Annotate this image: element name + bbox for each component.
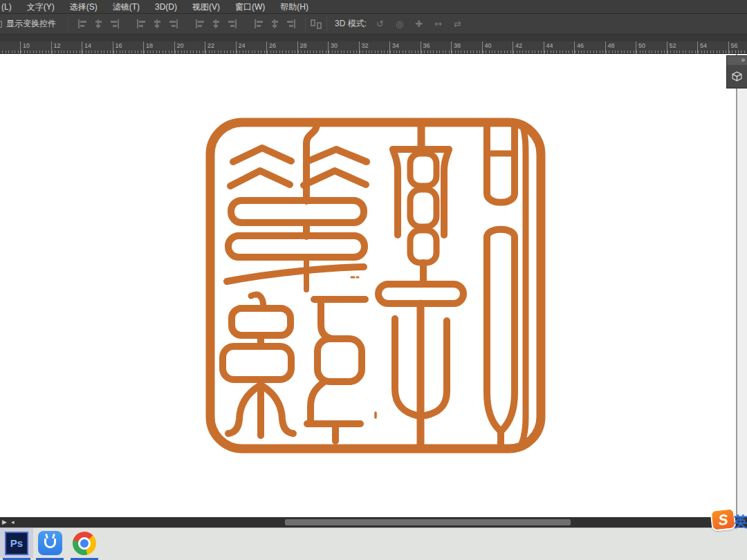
align-left-edges-icon[interactable] <box>136 19 147 29</box>
3d-roll-icon[interactable]: ◎ <box>396 19 403 28</box>
ruler-major-tick <box>389 41 390 54</box>
ruler-label: 20 <box>177 42 184 49</box>
taskbar-chrome-button[interactable] <box>68 528 101 558</box>
ruler-major-tick <box>482 41 483 54</box>
align-vertical-centers-icon[interactable] <box>93 19 104 29</box>
3d-cube-icon <box>731 71 743 82</box>
separator <box>305 17 306 32</box>
ruler-label: 24 <box>239 42 246 49</box>
ruler-label: 48 <box>608 42 615 49</box>
ruler-label: 22 <box>208 42 214 49</box>
ruler-major-tick <box>266 41 267 54</box>
ruler-major-tick <box>328 41 329 54</box>
ruler-label: 36 <box>423 42 430 49</box>
ruler-label: 56 <box>731 42 738 49</box>
menu-item-view[interactable]: 视图(V) <box>185 0 228 14</box>
align-top-edges-icon[interactable] <box>77 19 88 29</box>
status-expand-icon[interactable]: ▶ <box>2 519 7 525</box>
menu-item-layer-partial[interactable]: (L) <box>0 0 19 14</box>
chrome-icon <box>68 527 100 559</box>
distribute-vertical-centers-icon[interactable] <box>211 19 221 29</box>
align-right-edges-icon[interactable] <box>168 19 178 29</box>
3d-rotate-icon[interactable]: ↺ <box>376 19 384 28</box>
ruler-label: 50 <box>638 42 645 49</box>
ruler-label: 42 <box>515 42 522 49</box>
ruler-label: 30 <box>331 42 338 49</box>
align-bottom-edges-icon[interactable] <box>109 19 120 29</box>
ruler-major-tick <box>359 41 360 54</box>
align-icons-row <box>77 19 296 29</box>
distribute-top-edges-icon[interactable] <box>195 19 205 29</box>
show-transform-checkbox[interactable] <box>0 21 2 28</box>
align-horizontal-centers-icon[interactable] <box>152 19 163 29</box>
auto-align-layers-icon[interactable] <box>311 19 322 29</box>
horizontal-scrollbar-thumb[interactable] <box>285 519 571 525</box>
3d-mode-label: 3D 模式: <box>335 18 367 30</box>
ruler-label: 52 <box>670 42 676 49</box>
separator <box>68 17 68 32</box>
qianniu-icon <box>38 531 62 555</box>
distribute-bottom-edges-icon[interactable] <box>227 19 237 29</box>
panel-dock: » <box>726 55 747 88</box>
panel-collapse-button[interactable]: » <box>727 56 747 65</box>
distribute-left-edges-icon[interactable] <box>254 19 264 29</box>
3d-scale-icon[interactable]: ⇄ <box>454 19 461 28</box>
photoshop-icon: Ps <box>5 532 28 555</box>
ruler-major-tick <box>636 41 636 54</box>
menu-item-help[interactable]: 帮助(H) <box>273 0 316 14</box>
ruler-major-tick <box>421 41 421 54</box>
sogou-ime-icon[interactable]: S <box>710 507 736 531</box>
show-transform-label: 显示变换控件 <box>6 18 56 30</box>
scroll-left-icon[interactable]: ◂ <box>11 519 15 525</box>
separator <box>326 17 327 32</box>
distribute-horizontal-centers-icon[interactable] <box>270 19 280 29</box>
ruler-major-tick <box>605 41 606 54</box>
pasteboard-strip <box>737 54 747 517</box>
ruler-label: 18 <box>146 42 153 49</box>
taskbar-qianniu-button[interactable] <box>33 528 66 558</box>
ruler-label: 14 <box>84 42 91 49</box>
ruler-major-tick <box>20 41 21 54</box>
ruler-label: 16 <box>116 42 122 49</box>
menu-bar: (L)文字(Y)选择(S)滤镜(T)3D(D)视图(V)窗口(W)帮助(H) <box>0 0 747 14</box>
ruler-major-tick <box>236 41 237 54</box>
horizontal-ruler[interactable]: 1012141618202224262830323436384042444648… <box>0 41 747 54</box>
menu-item-select[interactable]: 选择(S) <box>62 0 105 14</box>
ruler-label: 26 <box>269 42 276 49</box>
taskbar-photoshop-button[interactable]: Ps <box>0 528 33 558</box>
menu-item-filter[interactable]: 滤镜(T) <box>105 0 147 14</box>
ruler-major-tick <box>113 41 113 54</box>
ruler-label: 32 <box>362 42 369 49</box>
3d-panel-tab[interactable] <box>727 65 747 88</box>
options-bar: 显示变换控件 3D 模式: ↺◎✚↔⇄ <box>0 14 747 35</box>
ruler-major-tick <box>697 41 698 54</box>
distribute-right-edges-icon[interactable] <box>286 19 296 29</box>
ruler-major-tick <box>728 41 729 54</box>
ruler-label: 34 <box>392 42 399 49</box>
seal-stamp-artwork <box>205 118 546 454</box>
3d-drag-icon[interactable]: ✚ <box>415 19 423 28</box>
document-scrollbar: ▶ ◂ <box>0 517 747 528</box>
ruler-major-tick <box>667 41 667 54</box>
ruler-label: 28 <box>300 42 307 49</box>
ruler-major-tick <box>51 41 52 54</box>
ruler-label: 10 <box>23 42 30 49</box>
menu-item-type[interactable]: 文字(Y) <box>19 0 62 14</box>
ruler-major-tick <box>143 41 144 54</box>
toolbar-gap-strip <box>0 35 747 41</box>
menu-item-3d[interactable]: 3D(D) <box>147 0 185 14</box>
photoshop-window: (L)文字(Y)选择(S)滤镜(T)3D(D)视图(V)窗口(W)帮助(H) 显… <box>0 0 747 560</box>
sogou-ime-language-label[interactable]: 英 <box>734 512 747 531</box>
ruler-label: 54 <box>700 42 707 49</box>
ruler-label: 46 <box>577 42 584 49</box>
ruler-major-tick <box>544 41 544 54</box>
ruler-label: 38 <box>454 42 461 49</box>
menu-item-window[interactable]: 窗口(W) <box>228 0 273 14</box>
3d-slide-icon[interactable]: ↔ <box>434 19 442 28</box>
ruler-major-tick <box>574 41 575 54</box>
ruler-label: 44 <box>546 42 553 49</box>
ruler-major-tick <box>513 41 513 54</box>
ruler-major-tick <box>174 41 175 54</box>
ruler-major-tick <box>451 41 452 54</box>
taskbar: Ps ∧ )) 英 <box>0 528 747 560</box>
